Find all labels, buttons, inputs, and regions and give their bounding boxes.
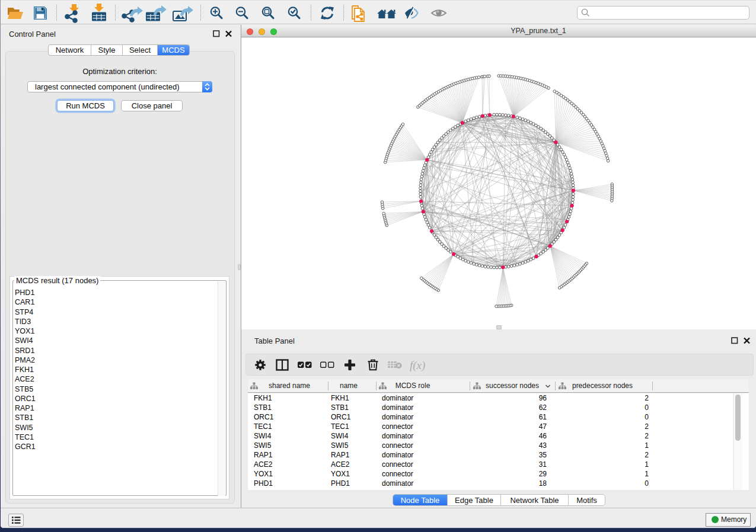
svg-text:f(x): f(x) bbox=[410, 359, 425, 372]
